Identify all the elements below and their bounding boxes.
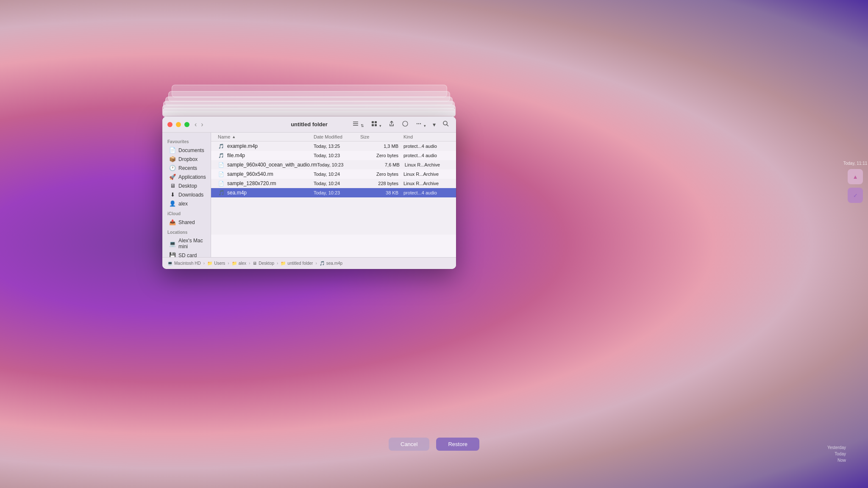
file-size-5: 228 bytes — [360, 181, 398, 186]
sidebar-label-shared: Shared — [178, 219, 195, 225]
file-row-example-m4p[interactable]: 🎵 example.m4p Today, 13:25 1,3 MB protec… — [211, 141, 456, 151]
sidebar-item-recents[interactable]: 🕐 Recents — [164, 164, 209, 172]
finder-window: ‹ › untitled folder ⇅ — [162, 116, 456, 269]
svg-rect-5 — [372, 124, 374, 126]
file-row-sample-ocean[interactable]: 📄 sample_960x400_ocean_with_audio.rm Tod… — [211, 160, 456, 169]
grid-view-button[interactable]: ▾ — [369, 119, 383, 129]
file-icon-sea: 🎵 — [218, 189, 225, 196]
sidebar-label-alex: alex — [178, 201, 188, 207]
svg-rect-0 — [353, 122, 358, 122]
breadcrumb-sep-5: › — [315, 261, 317, 266]
forward-button[interactable]: › — [199, 121, 205, 128]
locations-label: Locations — [162, 227, 211, 236]
sidebar-item-downloads[interactable]: ⬇ Downloads — [164, 190, 209, 199]
svg-rect-2 — [353, 125, 358, 126]
desktop-icon: 🖥 — [169, 183, 176, 189]
sidebar-item-dropbox[interactable]: 📦 Dropbox — [164, 155, 209, 164]
sd-card-icon: 💾 — [169, 252, 176, 257]
sidebar-item-documents[interactable]: 📄 Documents — [164, 146, 209, 155]
col-header-kind[interactable]: Kind — [398, 134, 449, 139]
file-row-sea-m4p[interactable]: 🎵 sea.m4p Today, 10:23 38 KB protect...4… — [211, 188, 456, 197]
file-icon-rm-1: 📄 — [218, 161, 225, 168]
sidebar-label-recents: Recents — [178, 165, 197, 171]
sidebar-item-alex[interactable]: 👤 alex — [164, 199, 209, 208]
close-button[interactable] — [167, 122, 172, 127]
documents-icon: 📄 — [169, 147, 176, 153]
file-size-3: 7,6 MB — [362, 162, 400, 167]
svg-rect-1 — [353, 123, 358, 124]
minimize-button[interactable] — [176, 122, 181, 127]
file-size-4: Zero bytes — [360, 172, 398, 177]
status-bar: 💻 Macintosh HD › 📁 Users › 📁 alex › 🖥 De… — [162, 257, 456, 269]
sidebar-item-sd-card[interactable]: 💾 SD card — [164, 251, 209, 257]
back-button[interactable]: ‹ — [193, 121, 198, 128]
dialog-buttons: Cancel Restore — [389, 438, 479, 451]
timeline-today: Today — [835, 452, 846, 456]
window-title-area: untitled folder — [291, 121, 328, 128]
icloud-label: iCloud — [162, 208, 211, 218]
sidebar: Favourites 📄 Documents 📦 Dropbox 🕐 Recen… — [162, 133, 211, 257]
file-kind-1: protect...4 audio — [398, 144, 449, 149]
breadcrumb-sep-1: › — [203, 261, 205, 266]
notification-time: Today, 11:11 — [843, 161, 868, 166]
maximize-button[interactable] — [184, 122, 189, 127]
breadcrumb-users: Users — [214, 261, 225, 266]
file-name-3: sample_960x400_ocean_with_audio.rm — [227, 162, 317, 168]
file-kind-5: Linux R...Archive — [398, 181, 449, 186]
svg-point-7 — [403, 121, 408, 126]
timeline-yesterday: Yesterday — [827, 445, 846, 450]
content-area: Favourites 📄 Documents 📦 Dropbox 🕐 Recen… — [162, 133, 456, 257]
breadcrumb-sep-3: › — [249, 261, 250, 266]
sidebar-label-desktop: Desktop — [178, 183, 197, 189]
file-list: Name ▲ Date Modified Size Kind 🎵 example… — [211, 133, 456, 257]
file-name-2: file.m4p — [227, 152, 314, 158]
share-button[interactable] — [387, 119, 397, 129]
dropdown-icon: ▾ — [433, 121, 436, 128]
breadcrumb-sea: sea.m4p — [326, 261, 342, 266]
more-dropdown-icon: ▾ — [424, 124, 426, 128]
file-row-sample-540[interactable]: 📄 sample_960x540.rm Today, 10:24 Zero by… — [211, 169, 456, 179]
file-kind-2: protect...4 audio — [398, 153, 449, 158]
svg-point-9 — [418, 123, 419, 124]
sidebar-item-shared[interactable]: 📤 Shared — [164, 218, 209, 227]
col-header-size[interactable]: Size — [360, 134, 398, 139]
file-date-4: Today, 10:24 — [314, 172, 360, 177]
breadcrumb-hd: Macintosh HD — [174, 261, 201, 266]
view-options-button[interactable]: ▾ — [431, 120, 437, 129]
favourites-label: Favourites — [162, 136, 211, 146]
svg-point-10 — [420, 123, 421, 124]
file-icon-rm-3: 📄 — [218, 180, 225, 187]
sidebar-label-mac-mini: Alex's Mac mini — [178, 238, 204, 250]
file-row-sample-720[interactable]: 📄 sample_1280x720.rm Today, 10:24 228 by… — [211, 179, 456, 188]
breadcrumb-users-icon: 📁 — [207, 261, 212, 266]
svg-rect-4 — [375, 121, 377, 123]
col-header-name[interactable]: Name ▲ — [218, 134, 314, 139]
file-date-3: Today, 10:23 — [317, 162, 362, 167]
nav-arrows: ‹ › — [193, 121, 205, 128]
list-view-button[interactable]: ⇅ — [351, 119, 366, 129]
sidebar-item-applications[interactable]: 🚀 Applications — [164, 172, 209, 181]
breadcrumb-sep-4: › — [277, 261, 278, 266]
tag-button[interactable] — [400, 119, 410, 129]
breadcrumb-folder-icon: 📁 — [281, 261, 286, 266]
applications-icon: 🚀 — [169, 174, 176, 180]
empty-row-3 — [211, 216, 456, 225]
file-name-5: sample_1280x720.rm — [227, 180, 314, 186]
breadcrumb-hd-icon: 💻 — [167, 261, 172, 266]
notification-down-button[interactable]: ✓ — [848, 188, 863, 203]
restore-button[interactable]: Restore — [436, 438, 479, 451]
col-header-date[interactable]: Date Modified — [314, 134, 360, 139]
search-button[interactable] — [441, 119, 451, 129]
sidebar-item-desktop[interactable]: 🖥 Desktop — [164, 181, 209, 190]
sidebar-item-mac-mini[interactable]: 💻 Alex's Mac mini — [164, 236, 209, 251]
file-date-2: Today, 10:23 — [314, 153, 360, 158]
notification-up-button[interactable]: ▲ — [848, 169, 863, 184]
dropbox-icon: 📦 — [169, 156, 176, 162]
file-name-4: sample_960x540.rm — [227, 171, 314, 177]
more-button[interactable]: ▾ — [414, 119, 428, 129]
title-bar: ‹ › untitled folder ⇅ — [162, 116, 456, 133]
cancel-button[interactable]: Cancel — [389, 438, 429, 451]
file-date-6: Today, 10:23 — [314, 190, 360, 195]
file-row-file-m4p[interactable]: 🎵 file.m4p Today, 10:23 Zero bytes prote… — [211, 151, 456, 160]
breadcrumb-alex: alex — [239, 261, 246, 266]
